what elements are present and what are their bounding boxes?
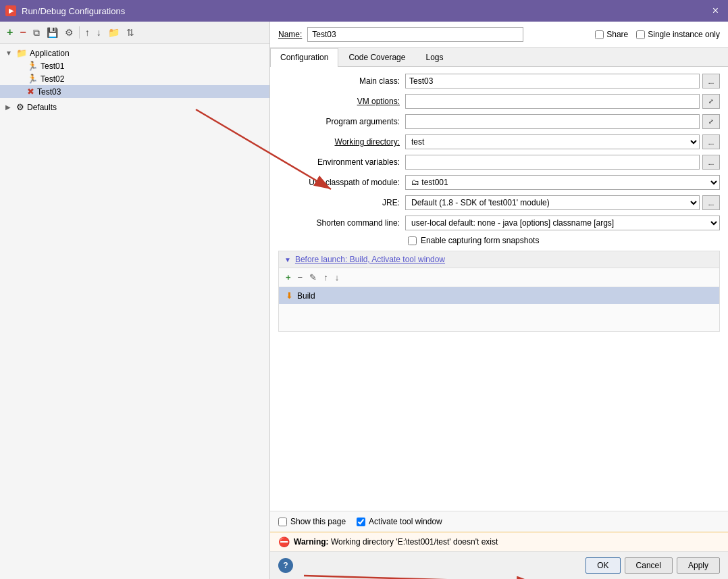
- close-button[interactable]: ×: [708, 3, 723, 18]
- program-args-label: Program arguments:: [278, 117, 400, 126]
- activate-tool-window-label: Activate tool window: [369, 517, 442, 526]
- working-dir-label: Working directory:: [278, 137, 400, 147]
- name-input[interactable]: [307, 27, 523, 42]
- program-args-row: Program arguments: ⤢: [278, 114, 720, 129]
- tree-test02-item[interactable]: 🏃 Test02: [0, 72, 269, 85]
- run-config-error-icon: ✖: [27, 86, 34, 97]
- warning-bar: ⛔ Warning: Working directory 'E:\test001…: [270, 532, 728, 551]
- tabs-row: Configuration Code Coverage Logs: [270, 48, 728, 67]
- tree-application-node[interactable]: ▼ 📁 Application: [0, 47, 269, 59]
- copy-config-button[interactable]: ⧉: [30, 25, 43, 41]
- bl-down-button[interactable]: ↓: [332, 271, 342, 284]
- move-up-button[interactable]: ↑: [82, 25, 93, 40]
- share-checkbox[interactable]: [595, 30, 604, 39]
- working-dir-browse-button[interactable]: ...: [702, 134, 720, 149]
- tab-logs[interactable]: Logs: [415, 48, 453, 66]
- bottom-options: Show this page Activate tool window: [270, 511, 728, 532]
- show-this-page-checkbox[interactable]: [278, 518, 287, 526]
- show-this-page-option: Show this page: [278, 517, 346, 526]
- test01-label: Test01: [41, 61, 64, 71]
- warning-text: Warning: Working directory 'E:\test001/t…: [294, 537, 498, 547]
- jre-browse-button[interactable]: ...: [702, 195, 720, 210]
- toolbar-divider: [79, 26, 80, 39]
- classpath-select[interactable]: 🗂 test001: [405, 175, 720, 190]
- main-class-label: Main class:: [278, 76, 400, 86]
- help-button[interactable]: ?: [278, 558, 293, 573]
- remove-config-button[interactable]: −: [17, 24, 28, 41]
- classpath-label: Use classpath of module:: [278, 178, 400, 187]
- single-instance-option: Single instance only: [636, 30, 720, 39]
- run-config-icon2: 🏃: [27, 74, 38, 84]
- collapse-icon: ▼: [284, 256, 291, 263]
- name-label: Name:: [278, 30, 302, 39]
- build-label: Build: [297, 291, 315, 301]
- defaults-label: Defaults: [27, 103, 57, 112]
- single-instance-checkbox[interactable]: [636, 30, 645, 39]
- main-class-row: Main class: ...: [278, 74, 720, 89]
- test03-label: Test03: [37, 87, 61, 97]
- enable-capture-checkbox[interactable]: [408, 236, 417, 245]
- bl-add-button[interactable]: +: [283, 271, 294, 284]
- shorten-input-wrap: user-local default: none - java [options…: [405, 216, 720, 230]
- add-config-button[interactable]: +: [4, 24, 16, 41]
- classpath-input-wrap: 🗂 test001: [405, 175, 720, 190]
- env-vars-browse-button[interactable]: ...: [702, 155, 720, 170]
- working-dir-select[interactable]: test: [405, 134, 700, 149]
- folder-button[interactable]: 📁: [105, 25, 122, 40]
- application-folder-icon: 📁: [16, 48, 27, 58]
- env-vars-input[interactable]: [405, 155, 700, 170]
- cancel-button[interactable]: Cancel: [625, 557, 673, 574]
- config-content: Main class: ... VM options: ⤢ Program ar…: [270, 67, 728, 511]
- program-args-expand-button[interactable]: ⤢: [702, 114, 720, 129]
- main-class-input[interactable]: [405, 74, 700, 89]
- share-label: Share: [606, 30, 628, 39]
- env-vars-row: Environment variables: ...: [278, 155, 720, 170]
- config-settings-button[interactable]: ⚙: [62, 25, 76, 40]
- bl-edit-button[interactable]: ✎: [307, 271, 319, 284]
- jre-select[interactable]: Default (1.8 - SDK of 'test001' module): [405, 195, 700, 210]
- save-config-button[interactable]: 💾: [44, 25, 61, 40]
- build-item[interactable]: ⬇ Build: [279, 287, 719, 304]
- show-this-page-label: Show this page: [290, 517, 346, 526]
- warning-detail: Working directory 'E:\test001/test' does…: [331, 537, 498, 547]
- expand-icon: ▼: [5, 49, 14, 57]
- vm-options-expand-button[interactable]: ⤢: [702, 94, 720, 109]
- tree-test01-item[interactable]: 🏃 Test01: [0, 59, 269, 72]
- jre-label: JRE:: [278, 198, 400, 207]
- build-icon: ⬇: [286, 291, 293, 301]
- sort-button[interactable]: ⇅: [124, 25, 137, 40]
- config-tree: ▼ 📁 Application 🏃 Test01 🏃 Test02 ✖ Test…: [0, 44, 269, 579]
- main-class-browse-button[interactable]: ...: [702, 74, 720, 89]
- tab-configuration[interactable]: Configuration: [270, 48, 338, 67]
- dialog-btn-group: OK Cancel Apply: [586, 557, 720, 574]
- tree-test03-item[interactable]: ✖ Test03: [0, 85, 269, 98]
- shorten-row: Shorten command line: user-local default…: [278, 216, 720, 230]
- vm-options-row: VM options: ⤢: [278, 94, 720, 109]
- bl-up-button[interactable]: ↑: [321, 271, 331, 284]
- before-launch-spacer: [279, 304, 719, 331]
- share-option: Share: [595, 30, 628, 39]
- dialog-buttons: ? OK Cancel Apply: [270, 551, 728, 579]
- name-row: Name: Share Single instance only: [270, 22, 728, 48]
- tab-code-coverage[interactable]: Code Coverage: [338, 48, 415, 66]
- tree-defaults-node[interactable]: ▶ ⚙ Defaults: [0, 101, 269, 114]
- program-args-input-wrap: ⤢: [405, 114, 720, 129]
- left-panel: + − ⧉ 💾 ⚙ ↑ ↓ 📁 ⇅ ▼ 📁 Application 🏃 Test…: [0, 22, 270, 579]
- ok-button[interactable]: OK: [586, 557, 620, 574]
- move-down-button[interactable]: ↓: [94, 25, 104, 40]
- warning-label: Warning:: [294, 537, 329, 547]
- jre-input-wrap: Default (1.8 - SDK of 'test001' module) …: [405, 195, 720, 210]
- shorten-select[interactable]: user-local default: none - java [options…: [405, 216, 720, 230]
- enable-capture-row: Enable capturing form snapshots: [278, 236, 720, 245]
- before-launch-header[interactable]: ▼ Before launch: Build, Activate tool wi…: [279, 251, 719, 268]
- bl-remove-button[interactable]: −: [295, 271, 306, 284]
- working-dir-input-wrap: test ...: [405, 134, 720, 149]
- apply-button[interactable]: Apply: [677, 557, 720, 574]
- title-bar: ▶ Run/Debug Configurations ×: [0, 0, 728, 22]
- shorten-label: Shorten command line:: [278, 218, 400, 228]
- vm-options-input[interactable]: [405, 94, 700, 109]
- activate-tool-window-checkbox[interactable]: [357, 518, 365, 526]
- activate-tool-window-option: Activate tool window: [357, 517, 442, 526]
- program-args-input[interactable]: [405, 114, 700, 129]
- enable-capture-label: Enable capturing form snapshots: [421, 236, 539, 245]
